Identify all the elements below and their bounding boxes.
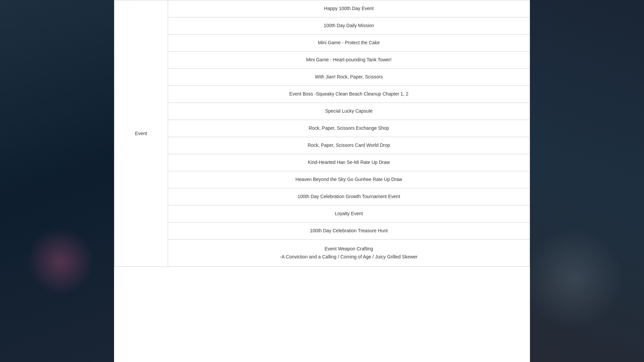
event-table: Event Happy 100th Day Event 100th Day Da…	[114, 0, 530, 267]
list-item: Mini Game - Protect the Cake	[168, 35, 530, 52]
item-text-line2: -A Conviction and a Calling / Coming of …	[280, 254, 418, 260]
list-item: Happy 100th Day Event	[168, 0, 530, 17]
content-area: Event Happy 100th Day Event 100th Day Da…	[114, 0, 530, 362]
event-values-list: Happy 100th Day Event 100th Day Daily Mi…	[168, 0, 530, 266]
loyalty-event-text: Loyalty Event	[335, 210, 363, 217]
left-glow	[27, 228, 94, 295]
item-text-line1: Event Weapon Crafting	[325, 246, 373, 252]
list-item: Special Lucky Capsule	[168, 103, 530, 120]
item-text: Special Lucky Capsule	[325, 108, 373, 115]
list-item: 100th Day Celebration Growth Tournament …	[168, 188, 530, 205]
item-text: With Jian! Rock, Paper, Scissors	[315, 74, 383, 80]
event-category-label: Event	[114, 0, 168, 266]
right-glow	[523, 228, 624, 328]
list-item: Kind-Hearted Han Se-Mi Rate Up Draw	[168, 154, 530, 171]
item-text: Happy 100th Day Event	[324, 5, 374, 12]
event-label-text: Event	[135, 131, 147, 136]
list-item: Rock, Paper, Scissors Exchange Shop	[168, 120, 530, 137]
list-item: Event Weapon Crafting -A Conviction and …	[168, 240, 530, 266]
item-text: Event Boss -Squeaky Clean Beach Cleanup …	[289, 91, 409, 98]
item-text: 100th Day Celebration Growth Tournament …	[298, 193, 400, 200]
list-item: 100th Day Celebration Treasure Hunt	[168, 223, 530, 240]
item-text: Mini Game - Protect the Cake	[318, 40, 380, 46]
item-text: 100th Day Daily Mission	[324, 22, 374, 29]
item-text: 100th Day Celebration Treasure Hunt	[310, 228, 388, 234]
right-panel	[530, 0, 644, 362]
list-item: Rock, Paper, Scissors Card World Drop	[168, 137, 530, 154]
list-item: With Jian! Rock, Paper, Scissors	[168, 69, 530, 86]
list-item: Heaven Beyond the Sky Go Gunhee Rate Up …	[168, 171, 530, 188]
item-text: Kind-Hearted Han Se-Mi Rate Up Draw	[308, 159, 390, 166]
loyalty-event-item: Loyalty Event	[168, 205, 530, 223]
item-text: Rock, Paper, Scissors Card World Drop	[308, 142, 390, 149]
event-category-group: Event Happy 100th Day Event 100th Day Da…	[114, 0, 530, 267]
list-item: Mini Game - Heart-pounding Tank Tower!	[168, 52, 530, 69]
list-item: 100th Day Daily Mission	[168, 17, 530, 35]
item-text: Heaven Beyond the Sky Go Gunhee Rate Up …	[296, 176, 402, 183]
left-panel	[0, 0, 114, 362]
item-text: Rock, Paper, Scissors Exchange Shop	[309, 125, 389, 132]
list-item: Event Boss -Squeaky Clean Beach Cleanup …	[168, 86, 530, 103]
item-text: Mini Game - Heart-pounding Tank Tower!	[306, 57, 392, 63]
